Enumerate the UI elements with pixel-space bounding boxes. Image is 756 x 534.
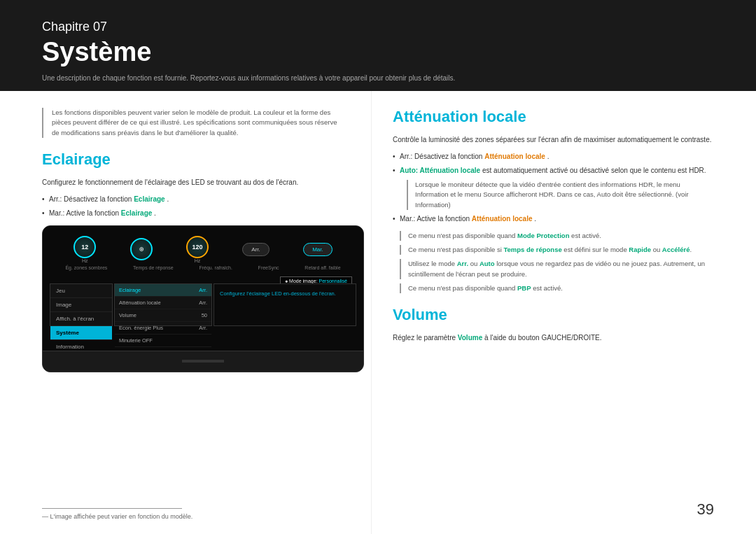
knob-2: ◎ — [130, 238, 153, 260]
osd-left-panel: Jeu Image Affich. à l'écran Système Info… — [50, 283, 113, 326]
eclairage-bullet-2: Mar.: Active la fonction Eclairage . — [42, 209, 343, 218]
osd-menu-affich: Affich. à l'écran — [50, 312, 112, 326]
attenuation-desc: Contrôle la luminosité des zones séparée… — [393, 134, 714, 145]
attenuation-bullet-1: Arr.: Désactivez la fonction Atténuation… — [393, 152, 714, 162]
attenuation-note-5: Ce menu n'est pas disponible quand PBP e… — [400, 283, 714, 293]
monitor-bottom — [43, 351, 363, 372]
attenuation-note-hdr: Lorsque le moniteur détecte que la vidéo… — [407, 180, 714, 210]
osd-item-minuterie: Minuterie OFF — [115, 335, 211, 347]
eclairage-desc: Configurez le fonctionnement de l'éclair… — [42, 177, 343, 188]
attenuation-bullets: Arr.: Désactivez la fonction Atténuation… — [393, 152, 714, 224]
knob-3: 120 — [186, 236, 209, 258]
footnote: — L'image affichée peut varier en foncti… — [42, 508, 329, 520]
btn-mar: Mar. — [303, 243, 332, 256]
attenuation-bullet-2: Auto: Atténuation locale est automatique… — [393, 166, 714, 210]
attenuation-note-3: Ce menu n'est pas disponible si Temps de… — [400, 245, 714, 255]
knobs-row: 12 Hz ◎ 120 Hz Arr. Mar. — [43, 230, 363, 269]
volume-desc: Réglez le paramètre Volume à l'aide du b… — [393, 332, 714, 343]
volume-section: Volume Réglez le paramètre Volume à l'ai… — [393, 306, 714, 343]
osd-item-attenuation: Atténuation localeArr. — [115, 297, 211, 309]
left-column: Les fonctions disponibles peuvent varier… — [0, 91, 371, 534]
osd-right-text: Configurez l'éclairage LED en-dessous de… — [220, 290, 336, 297]
eclairage-bullets: Arr.: Désactivez la fonction Eclairage .… — [42, 195, 343, 218]
volume-title: Volume — [393, 306, 714, 324]
left-note-text: Les fonctions disponibles peuvent varier… — [52, 108, 343, 138]
osd-menu: Jeu Image Affich. à l'écran Système Info… — [50, 283, 356, 326]
osd-item-eclairage: EclairageArr. — [115, 284, 211, 297]
page-header: Chapitre 07 Système Une description de c… — [0, 0, 756, 91]
btn-arr: Arr. — [242, 243, 269, 256]
monitor-labels: Ég. zones sombres Temps de réponse Fréqu… — [54, 265, 352, 270]
monitor-image: 12 Hz ◎ 120 Hz Arr. Mar. — [42, 225, 364, 372]
attenuation-note-4: Utilisez le mode Arr. ou Auto lorsque vo… — [400, 259, 714, 279]
monitor-screen: 12 Hz ◎ 120 Hz Arr. Mar. — [43, 226, 363, 351]
footnote-text: — L'image affichée peut varier en foncti… — [42, 513, 329, 520]
left-note-box: Les fonctions disponibles peuvent varier… — [42, 108, 343, 138]
attenuation-title: Atténuation locale — [393, 108, 714, 126]
chapter-label: Chapitre 07 — [42, 20, 714, 34]
eclairage-bullet-1: Arr.: Désactivez la fonction Eclairage . — [42, 195, 343, 204]
osd-item-volume: Volume50 — [115, 309, 211, 322]
eclairage-title: Eclairage — [42, 150, 343, 169]
page-number: 39 — [697, 500, 714, 519]
osd-menu-image: Image — [50, 298, 112, 312]
osd-middle-panel: EclairageArr. Atténuation localeArr. Vol… — [114, 283, 212, 326]
knob-1: 12 — [74, 236, 96, 258]
osd-menu-jeu: Jeu — [50, 284, 112, 298]
osd-item-econ: Econ. énergie PlusArr. — [115, 322, 211, 335]
osd-right-panel: Configurez l'éclairage LED en-dessous de… — [214, 283, 356, 326]
attenuation-note-2: Ce menu n'est pas disponible quand Mode … — [400, 231, 714, 241]
osd-menu-systeme: Système — [50, 326, 112, 340]
header-description: Une description de chaque fonction est f… — [42, 74, 714, 82]
main-content: Les fonctions disponibles peuvent varier… — [0, 91, 756, 534]
attenuation-bullet-3: Mar.: Active la fonction Atténuation loc… — [393, 214, 714, 224]
page-title: Système — [42, 37, 714, 67]
right-column: Atténuation locale Contrôle la luminosit… — [371, 91, 756, 534]
